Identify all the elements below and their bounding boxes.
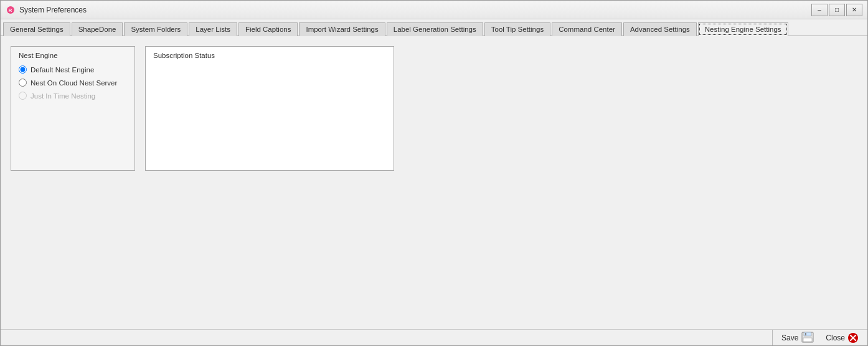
radio-default-nest-engine[interactable]	[19, 65, 27, 74]
subscription-status-title: Subscription Status	[153, 52, 386, 59]
label-default-nest-engine: Default Nest Engine	[31, 66, 94, 74]
tab-general-settings[interactable]: General Settings	[3, 22, 70, 36]
tab-advanced-settings[interactable]: Advanced Settings	[623, 22, 697, 36]
save-icon	[801, 332, 814, 344]
tab-import-wizard-settings[interactable]: Import Wizard Settings	[299, 22, 385, 36]
main-window: R System Preferences – □ ✕ General Setti…	[0, 0, 868, 346]
window-controls: – □ ✕	[811, 4, 862, 16]
svg-rect-4	[803, 338, 812, 342]
subscription-status-group: Subscription Status	[145, 46, 394, 171]
radio-cloud-nest-server[interactable]	[19, 79, 27, 87]
tab-tool-tip-settings[interactable]: Tool Tip Settings	[484, 22, 550, 36]
tab-command-center[interactable]: Command Center	[552, 22, 622, 36]
radio-option-default: Default Nest Engine	[19, 65, 127, 74]
label-cloud-nest-server: Nest On Cloud Nest Server	[31, 79, 117, 87]
app-icon: R	[6, 5, 16, 15]
tab-field-captions[interactable]: Field Captions	[238, 22, 298, 36]
tab-layer-lists[interactable]: Layer Lists	[189, 22, 237, 36]
status-bar-section	[6, 330, 773, 345]
save-button[interactable]: Save	[778, 330, 818, 345]
nest-engine-group: Nest Engine Default Nest Engine Nest On …	[11, 46, 135, 171]
radio-option-cloud: Nest On Cloud Nest Server	[19, 79, 127, 87]
close-x-icon	[847, 332, 859, 344]
content-area: Nest Engine Default Nest Engine Nest On …	[11, 46, 857, 171]
tab-shapedone[interactable]: ShapeDone	[72, 22, 123, 36]
close-label: Close	[826, 334, 845, 342]
title-bar: R System Preferences – □ ✕	[1, 1, 867, 19]
save-label: Save	[781, 334, 798, 342]
radio-option-jit: Just In Time Nesting	[19, 92, 127, 100]
label-just-in-time: Just In Time Nesting	[31, 92, 95, 100]
main-content: Nest Engine Default Nest Engine Nest On …	[1, 36, 867, 329]
svg-rect-3	[804, 332, 811, 336]
minimize-button[interactable]: –	[811, 4, 828, 16]
status-bar: Save Close	[1, 329, 867, 345]
tabs-bar: General Settings ShapeDone System Folder…	[1, 19, 867, 36]
radio-just-in-time	[19, 92, 27, 100]
close-window-button[interactable]: ✕	[846, 4, 862, 16]
close-button[interactable]: Close	[822, 331, 862, 345]
tab-label-generation-settings[interactable]: Label Generation Settings	[387, 22, 483, 36]
svg-rect-5	[805, 333, 806, 335]
window-title: System Preferences	[19, 6, 811, 14]
maximize-button[interactable]: □	[829, 4, 845, 16]
svg-text:R: R	[9, 7, 12, 13]
status-bar-right: Save Close	[773, 330, 862, 345]
tab-system-folders[interactable]: System Folders	[124, 22, 187, 36]
nest-engine-label: Nest Engine	[19, 52, 127, 59]
tab-nesting-engine-settings[interactable]: Nesting Engine Settings	[698, 22, 788, 36]
